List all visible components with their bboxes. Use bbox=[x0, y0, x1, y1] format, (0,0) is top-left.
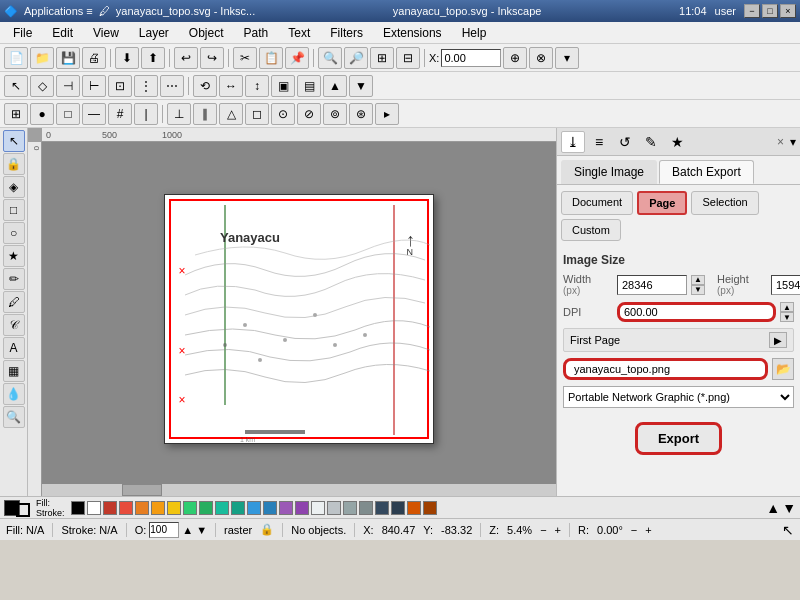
redo-button[interactable]: ↪ bbox=[200, 47, 224, 69]
swatch-orange[interactable] bbox=[135, 501, 149, 515]
page-tab[interactable]: Page bbox=[637, 191, 687, 215]
lock-tool[interactable]: 🔒 bbox=[3, 153, 25, 175]
panel-menu-button[interactable]: ▾ bbox=[790, 135, 796, 149]
zoom-canvas-tool[interactable]: 🔍 bbox=[3, 406, 25, 428]
swatch-silver[interactable] bbox=[327, 501, 341, 515]
snap-bbox[interactable]: □ bbox=[56, 103, 80, 125]
swatch-purple[interactable] bbox=[279, 501, 293, 515]
swatch-black[interactable] bbox=[71, 501, 85, 515]
swatch-silver-light[interactable] bbox=[311, 501, 325, 515]
zoom-out-button[interactable]: 🔎 bbox=[344, 47, 368, 69]
close-button[interactable]: × bbox=[780, 4, 796, 18]
gradient-tool[interactable]: ▦ bbox=[3, 360, 25, 382]
align-center[interactable]: ⊢ bbox=[82, 75, 106, 97]
rotate-increase-button[interactable]: + bbox=[645, 524, 651, 536]
snap-toggle[interactable]: ⊞ bbox=[4, 103, 28, 125]
import-button[interactable]: ⬇ bbox=[115, 47, 139, 69]
export-button[interactable]: Export bbox=[635, 422, 722, 455]
new-button[interactable]: 📄 bbox=[4, 47, 28, 69]
format-select[interactable]: Portable Network Graphic (*.png) JPEG (*… bbox=[563, 386, 794, 408]
menu-file[interactable]: File bbox=[4, 23, 41, 43]
maximize-button[interactable]: □ bbox=[762, 4, 778, 18]
xml-panel-icon[interactable]: ✎ bbox=[639, 131, 663, 153]
undo-button[interactable]: ↩ bbox=[174, 47, 198, 69]
snap-button[interactable]: ⊕ bbox=[503, 47, 527, 69]
width-input[interactable] bbox=[617, 275, 687, 295]
swatch-dark-blue[interactable] bbox=[375, 501, 389, 515]
opacity-input[interactable] bbox=[149, 522, 179, 538]
width-spin-down[interactable]: ▼ bbox=[691, 285, 705, 295]
dpi-spinner[interactable]: ▲ ▼ bbox=[780, 302, 794, 322]
custom-tab[interactable]: Custom bbox=[561, 219, 621, 241]
palette-down-button[interactable]: ▼ bbox=[782, 500, 796, 516]
dpi-input[interactable] bbox=[617, 302, 776, 322]
pencil-tool[interactable]: ✏ bbox=[3, 268, 25, 290]
layers-panel-icon[interactable]: ≡ bbox=[587, 131, 611, 153]
browse-file-button[interactable]: 📂 bbox=[772, 358, 794, 380]
minimize-button[interactable]: − bbox=[744, 4, 760, 18]
menu-extensions[interactable]: Extensions bbox=[374, 23, 451, 43]
snap-nodes[interactable]: ● bbox=[30, 103, 54, 125]
distribute-v[interactable]: ⋯ bbox=[160, 75, 184, 97]
copy-button[interactable]: 📋 bbox=[259, 47, 283, 69]
text-tool[interactable]: A bbox=[3, 337, 25, 359]
ungroup-btn[interactable]: ▤ bbox=[297, 75, 321, 97]
menu-text[interactable]: Text bbox=[279, 23, 319, 43]
swatch-blue[interactable] bbox=[247, 501, 261, 515]
pen-tool[interactable]: 🖊 bbox=[3, 291, 25, 313]
swatch-rust[interactable] bbox=[407, 501, 421, 515]
lower-btn[interactable]: ▼ bbox=[349, 75, 373, 97]
selector-tool[interactable]: ↖ bbox=[3, 130, 25, 152]
dpi-spin-up[interactable]: ▲ bbox=[780, 302, 794, 312]
zoom-sel-button[interactable]: ⊟ bbox=[396, 47, 420, 69]
swatch-yellow[interactable] bbox=[167, 501, 181, 515]
opacity-stepper-up[interactable]: ▲ bbox=[182, 524, 193, 536]
align-left[interactable]: ⊣ bbox=[56, 75, 80, 97]
snap-extra4[interactable]: ◻ bbox=[245, 103, 269, 125]
snap-path[interactable]: — bbox=[82, 103, 106, 125]
single-image-tab[interactable]: Single Image bbox=[561, 160, 657, 184]
zoom-increase-button[interactable]: + bbox=[555, 524, 561, 536]
export-panel-icon[interactable]: ⤓ bbox=[561, 131, 585, 153]
rotate-decrease-button[interactable]: − bbox=[631, 524, 637, 536]
zoom-decrease-button[interactable]: − bbox=[540, 524, 546, 536]
swatch-gray[interactable] bbox=[343, 501, 357, 515]
width-spinner[interactable]: ▲ ▼ bbox=[691, 275, 705, 295]
node-tool[interactable]: ◇ bbox=[30, 75, 54, 97]
canvas-area[interactable]: 0 500 1000 0 × × × Yanayacu bbox=[28, 128, 556, 496]
swatch-teal-dark[interactable] bbox=[231, 501, 245, 515]
dropper-tool[interactable]: 💧 bbox=[3, 383, 25, 405]
dpi-spin-down[interactable]: ▼ bbox=[780, 312, 794, 322]
panel-close-button[interactable]: × bbox=[777, 135, 784, 149]
ellipse-tool[interactable]: ○ bbox=[3, 222, 25, 244]
node-edit-tool[interactable]: ◈ bbox=[3, 176, 25, 198]
transform-btn[interactable]: ⟲ bbox=[193, 75, 217, 97]
zoom-fit-button[interactable]: ⊞ bbox=[370, 47, 394, 69]
menu-object[interactable]: Object bbox=[180, 23, 233, 43]
snap-extra6[interactable]: ⊘ bbox=[297, 103, 321, 125]
taskbar-window-label[interactable]: yanayacu_topo.svg - Inksc... bbox=[116, 5, 255, 17]
raise-btn[interactable]: ▲ bbox=[323, 75, 347, 97]
document-tab[interactable]: Document bbox=[561, 191, 633, 215]
swatch-navy[interactable] bbox=[391, 501, 405, 515]
nodes-button[interactable]: ⊗ bbox=[529, 47, 553, 69]
height-input[interactable] bbox=[771, 275, 800, 295]
selection-tab[interactable]: Selection bbox=[691, 191, 758, 215]
scrollbar-thumb[interactable] bbox=[122, 484, 162, 496]
palette-up-button[interactable]: ▲ bbox=[766, 500, 780, 516]
distribute-h[interactable]: ⋮ bbox=[134, 75, 158, 97]
swatch-green-dark[interactable] bbox=[199, 501, 213, 515]
object-panel-icon[interactable]: ★ bbox=[665, 131, 689, 153]
canvas-viewport[interactable]: × × × Yanayacu ↑ N bbox=[42, 142, 556, 496]
cut-button[interactable]: ✂ bbox=[233, 47, 257, 69]
swatch-white[interactable] bbox=[87, 501, 101, 515]
swatch-amber[interactable] bbox=[151, 501, 165, 515]
align-right[interactable]: ⊡ bbox=[108, 75, 132, 97]
callig-tool[interactable]: 𝒞 bbox=[3, 314, 25, 336]
flip-h-btn[interactable]: ↔ bbox=[219, 75, 243, 97]
more-button[interactable]: ▾ bbox=[555, 47, 579, 69]
export-button[interactable]: ⬆ bbox=[141, 47, 165, 69]
horizontal-scrollbar[interactable] bbox=[42, 484, 556, 496]
next-page-button[interactable]: ▶ bbox=[769, 332, 787, 348]
select-tool[interactable]: ↖ bbox=[4, 75, 28, 97]
